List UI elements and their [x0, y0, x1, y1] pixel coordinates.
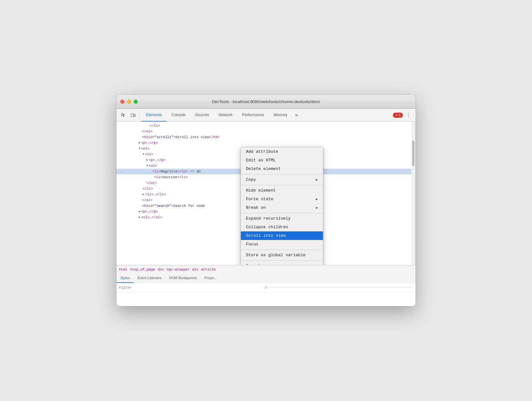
- context-menu-separator: [241, 213, 323, 213]
- context-menu-separator: [241, 250, 323, 250]
- error-count: 6: [399, 113, 401, 117]
- tab-dom-breakpoints[interactable]: DOM Breakpoints: [165, 273, 201, 283]
- breadcrumb-div2[interactable]: div: [192, 268, 199, 271]
- minimize-button[interactable]: [127, 100, 131, 104]
- more-tabs-button[interactable]: »: [292, 109, 301, 122]
- window-title: DevTools - localhost:8080/web/tools/chro…: [212, 99, 320, 104]
- context-menu-separator: [241, 185, 323, 185]
- triangle-icon[interactable]: [143, 192, 144, 197]
- context-menu-delete-element[interactable]: Delete element: [241, 165, 323, 173]
- dom-line[interactable]: <h3 id="scroll1">Scroll into view</h3>: [116, 134, 415, 140]
- triangle-icon[interactable]: [139, 209, 140, 215]
- device-toggle-icon[interactable]: [129, 111, 137, 120]
- bottom-section: html #top_of_page div #gc-wrapper div ar…: [116, 265, 416, 306]
- devtools-toolbar: Elements Console Sources Network Perform…: [116, 109, 416, 122]
- main-area: </li> </ol> <h3 id="scroll1">Scroll into…: [116, 122, 416, 265]
- close-button[interactable]: [120, 100, 124, 104]
- tab-elements[interactable]: Elements: [142, 109, 166, 122]
- styles-panel-tabs: Styles Event Listeners DOM Breakpoints P…: [116, 273, 416, 283]
- dom-dots: ...: [118, 169, 123, 174]
- devtools-window: Elements Console Sources Network Perform…: [116, 109, 416, 306]
- breadcrumb-gc-wrapper[interactable]: #gc-wrapper: [166, 268, 190, 271]
- tab-event-listeners[interactable]: Event Listeners: [134, 273, 165, 283]
- context-menu: Add attribute Edit as HTML Delete elemen…: [241, 147, 323, 265]
- scrollbar-thumb[interactable]: [412, 141, 415, 166]
- context-menu-edit-html[interactable]: Edit as HTML: [241, 156, 323, 165]
- triangle-icon[interactable]: [146, 157, 148, 163]
- context-menu-break-on[interactable]: Break on ▶: [241, 203, 323, 212]
- traffic-lights: [120, 100, 138, 104]
- tab-properties[interactable]: Prope...: [201, 273, 221, 283]
- context-menu-collapse-children[interactable]: Collapse children: [241, 223, 323, 231]
- triangle-icon[interactable]: [139, 140, 140, 146]
- breadcrumb-top-of-page[interactable]: #top_of_page: [130, 268, 155, 271]
- context-menu-separator: [241, 174, 323, 174]
- title-bar: DevTools - localhost:8080/web/tools/chro…: [116, 95, 416, 109]
- context-menu-expand-recursively[interactable]: Expand recursively: [241, 214, 323, 223]
- context-menu-store-global[interactable]: Store as global variable: [241, 251, 323, 259]
- maximize-button[interactable]: [134, 100, 138, 104]
- svg-rect-1: [134, 114, 135, 116]
- inspect-element-icon[interactable]: [119, 111, 128, 120]
- submenu-arrow-icon: ▶: [316, 178, 318, 182]
- context-menu-speech[interactable]: Speech ▶: [241, 262, 323, 265]
- dom-line[interactable]: <p>…</p>: [116, 140, 415, 146]
- context-menu-scroll-into-view[interactable]: Scroll into view: [241, 231, 323, 240]
- tab-memory[interactable]: Memory: [269, 109, 292, 122]
- context-menu-copy[interactable]: Copy ▶: [241, 175, 323, 184]
- tab-sources[interactable]: Sources: [191, 109, 214, 122]
- breadcrumb-article[interactable]: article: [201, 268, 216, 271]
- scrollbar-track[interactable]: [411, 122, 415, 265]
- svg-rect-0: [131, 114, 134, 117]
- submenu-arrow-icon: ▶: [316, 197, 318, 201]
- toolbar-end: ✕ 6 ⋮: [392, 111, 413, 120]
- context-menu-hide-element[interactable]: Hide element: [241, 186, 323, 195]
- error-badge[interactable]: ✕ 6: [393, 113, 403, 118]
- tab-network[interactable]: Network: [214, 109, 237, 122]
- filter-input[interactable]: [119, 286, 263, 290]
- triangle-icon[interactable]: [139, 215, 140, 220]
- breadcrumb-html[interactable]: html: [119, 268, 127, 271]
- error-icon: ✕: [395, 113, 398, 117]
- more-options-button[interactable]: ⋮: [404, 111, 413, 120]
- filter-hint: :h: [263, 286, 267, 290]
- tab-console[interactable]: Console: [167, 109, 190, 122]
- breadcrumb-div[interactable]: div: [158, 268, 164, 271]
- submenu-arrow-icon: ▶: [316, 264, 318, 265]
- dom-line[interactable]: </ol>: [116, 129, 415, 134]
- context-menu-add-attribute[interactable]: Add attribute: [241, 147, 323, 156]
- triangle-icon[interactable]: [146, 163, 148, 169]
- submenu-arrow-icon: ▶: [316, 206, 318, 210]
- tab-performance[interactable]: Performance: [238, 109, 269, 122]
- context-menu-force-state[interactable]: Force state ▶: [241, 195, 323, 203]
- tab-styles[interactable]: Styles: [116, 273, 134, 283]
- context-menu-focus[interactable]: Focus: [241, 240, 323, 249]
- dom-panel[interactable]: </li> </ol> <h3 id="scroll1">Scroll into…: [116, 122, 416, 265]
- triangle-icon[interactable]: [139, 146, 140, 151]
- dom-line[interactable]: </li>: [116, 123, 415, 129]
- breadcrumb: html #top_of_page div #gc-wrapper div ar…: [116, 265, 416, 273]
- filter-bar: :h: [116, 283, 416, 292]
- triangle-icon[interactable]: [143, 151, 144, 157]
- toolbar-divider: [139, 111, 140, 119]
- context-menu-separator: [241, 260, 323, 261]
